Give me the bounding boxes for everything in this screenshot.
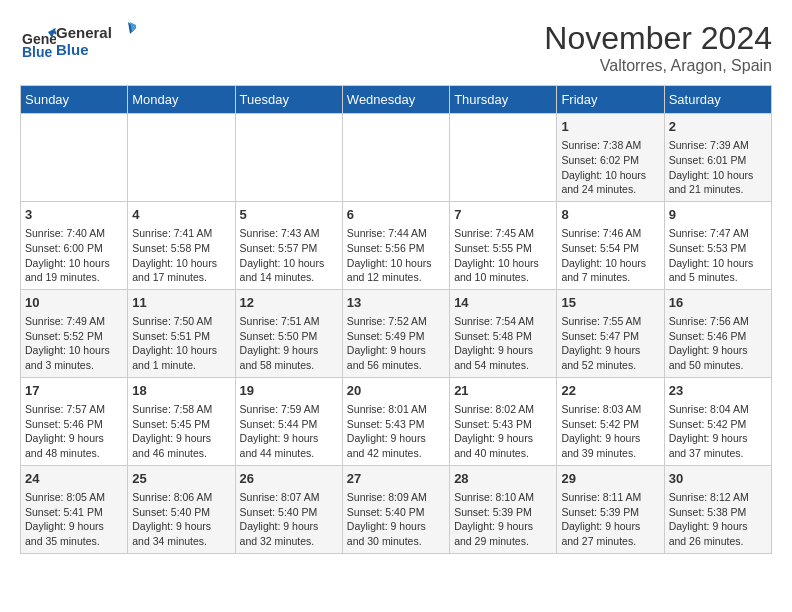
day-number: 30 [669,470,767,488]
calendar-cell [342,114,449,202]
day-info: Sunrise: 8:07 AM Sunset: 5:40 PM Dayligh… [240,490,338,549]
calendar-cell: 10Sunrise: 7:49 AM Sunset: 5:52 PM Dayli… [21,289,128,377]
day-info: Sunrise: 7:47 AM Sunset: 5:53 PM Dayligh… [669,226,767,285]
calendar-cell: 17Sunrise: 7:57 AM Sunset: 5:46 PM Dayli… [21,377,128,465]
month-title: November 2024 [544,20,772,57]
day-number: 13 [347,294,445,312]
day-info: Sunrise: 7:49 AM Sunset: 5:52 PM Dayligh… [25,314,123,373]
day-number: 14 [454,294,552,312]
calendar-cell: 29Sunrise: 8:11 AM Sunset: 5:39 PM Dayli… [557,465,664,553]
day-info: Sunrise: 8:03 AM Sunset: 5:42 PM Dayligh… [561,402,659,461]
day-info: Sunrise: 8:02 AM Sunset: 5:43 PM Dayligh… [454,402,552,461]
calendar-cell: 5Sunrise: 7:43 AM Sunset: 5:57 PM Daylig… [235,201,342,289]
day-info: Sunrise: 7:55 AM Sunset: 5:47 PM Dayligh… [561,314,659,373]
location: Valtorres, Aragon, Spain [544,57,772,75]
day-info: Sunrise: 7:43 AM Sunset: 5:57 PM Dayligh… [240,226,338,285]
day-info: Sunrise: 7:41 AM Sunset: 5:58 PM Dayligh… [132,226,230,285]
day-info: Sunrise: 8:01 AM Sunset: 5:43 PM Dayligh… [347,402,445,461]
logo: General Blue General Blue [20,20,136,64]
day-number: 20 [347,382,445,400]
calendar-cell: 9Sunrise: 7:47 AM Sunset: 5:53 PM Daylig… [664,201,771,289]
day-number: 19 [240,382,338,400]
day-number: 15 [561,294,659,312]
day-number: 17 [25,382,123,400]
day-number: 22 [561,382,659,400]
day-info: Sunrise: 8:09 AM Sunset: 5:40 PM Dayligh… [347,490,445,549]
day-number: 11 [132,294,230,312]
logo-icon: General Blue [20,24,56,60]
header: General Blue General Blue November 2024 … [20,20,772,75]
calendar-cell: 20Sunrise: 8:01 AM Sunset: 5:43 PM Dayli… [342,377,449,465]
day-info: Sunrise: 7:59 AM Sunset: 5:44 PM Dayligh… [240,402,338,461]
calendar-cell: 19Sunrise: 7:59 AM Sunset: 5:44 PM Dayli… [235,377,342,465]
calendar-week-0: 1Sunrise: 7:38 AM Sunset: 6:02 PM Daylig… [21,114,772,202]
day-number: 12 [240,294,338,312]
calendar-cell: 26Sunrise: 8:07 AM Sunset: 5:40 PM Dayli… [235,465,342,553]
svg-text:General: General [56,24,112,41]
title-block: November 2024 Valtorres, Aragon, Spain [544,20,772,75]
calendar-cell: 24Sunrise: 8:05 AM Sunset: 5:41 PM Dayli… [21,465,128,553]
calendar-cell: 13Sunrise: 7:52 AM Sunset: 5:49 PM Dayli… [342,289,449,377]
header-saturday: Saturday [664,86,771,114]
day-info: Sunrise: 7:50 AM Sunset: 5:51 PM Dayligh… [132,314,230,373]
day-number: 9 [669,206,767,224]
logo-graphic: General Blue [56,20,136,60]
calendar-week-2: 10Sunrise: 7:49 AM Sunset: 5:52 PM Dayli… [21,289,772,377]
calendar-cell: 28Sunrise: 8:10 AM Sunset: 5:39 PM Dayli… [450,465,557,553]
day-number: 25 [132,470,230,488]
calendar-cell: 21Sunrise: 8:02 AM Sunset: 5:43 PM Dayli… [450,377,557,465]
day-number: 28 [454,470,552,488]
day-number: 16 [669,294,767,312]
day-info: Sunrise: 7:51 AM Sunset: 5:50 PM Dayligh… [240,314,338,373]
calendar-cell: 23Sunrise: 8:04 AM Sunset: 5:42 PM Dayli… [664,377,771,465]
day-info: Sunrise: 7:58 AM Sunset: 5:45 PM Dayligh… [132,402,230,461]
calendar-cell: 12Sunrise: 7:51 AM Sunset: 5:50 PM Dayli… [235,289,342,377]
day-info: Sunrise: 8:06 AM Sunset: 5:40 PM Dayligh… [132,490,230,549]
day-number: 27 [347,470,445,488]
day-info: Sunrise: 7:40 AM Sunset: 6:00 PM Dayligh… [25,226,123,285]
day-number: 21 [454,382,552,400]
calendar-cell: 1Sunrise: 7:38 AM Sunset: 6:02 PM Daylig… [557,114,664,202]
day-info: Sunrise: 7:39 AM Sunset: 6:01 PM Dayligh… [669,138,767,197]
day-number: 10 [25,294,123,312]
day-number: 3 [25,206,123,224]
calendar-cell: 27Sunrise: 8:09 AM Sunset: 5:40 PM Dayli… [342,465,449,553]
day-info: Sunrise: 7:44 AM Sunset: 5:56 PM Dayligh… [347,226,445,285]
day-number: 8 [561,206,659,224]
day-info: Sunrise: 8:11 AM Sunset: 5:39 PM Dayligh… [561,490,659,549]
day-number: 4 [132,206,230,224]
day-number: 5 [240,206,338,224]
header-wednesday: Wednesday [342,86,449,114]
calendar-cell: 25Sunrise: 8:06 AM Sunset: 5:40 PM Dayli… [128,465,235,553]
day-number: 26 [240,470,338,488]
calendar-cell: 30Sunrise: 8:12 AM Sunset: 5:38 PM Dayli… [664,465,771,553]
day-number: 2 [669,118,767,136]
calendar-cell: 7Sunrise: 7:45 AM Sunset: 5:55 PM Daylig… [450,201,557,289]
calendar-table: Sunday Monday Tuesday Wednesday Thursday… [20,85,772,554]
day-info: Sunrise: 7:54 AM Sunset: 5:48 PM Dayligh… [454,314,552,373]
day-info: Sunrise: 7:57 AM Sunset: 5:46 PM Dayligh… [25,402,123,461]
day-info: Sunrise: 7:38 AM Sunset: 6:02 PM Dayligh… [561,138,659,197]
calendar-cell: 11Sunrise: 7:50 AM Sunset: 5:51 PM Dayli… [128,289,235,377]
calendar-cell: 15Sunrise: 7:55 AM Sunset: 5:47 PM Dayli… [557,289,664,377]
header-sunday: Sunday [21,86,128,114]
days-header-row: Sunday Monday Tuesday Wednesday Thursday… [21,86,772,114]
calendar-cell: 14Sunrise: 7:54 AM Sunset: 5:48 PM Dayli… [450,289,557,377]
calendar-cell: 22Sunrise: 8:03 AM Sunset: 5:42 PM Dayli… [557,377,664,465]
day-info: Sunrise: 7:46 AM Sunset: 5:54 PM Dayligh… [561,226,659,285]
calendar-cell: 18Sunrise: 7:58 AM Sunset: 5:45 PM Dayli… [128,377,235,465]
day-number: 23 [669,382,767,400]
day-number: 7 [454,206,552,224]
calendar-week-4: 24Sunrise: 8:05 AM Sunset: 5:41 PM Dayli… [21,465,772,553]
day-number: 6 [347,206,445,224]
day-info: Sunrise: 8:12 AM Sunset: 5:38 PM Dayligh… [669,490,767,549]
calendar-week-3: 17Sunrise: 7:57 AM Sunset: 5:46 PM Dayli… [21,377,772,465]
svg-text:Blue: Blue [56,41,89,58]
day-number: 18 [132,382,230,400]
header-tuesday: Tuesday [235,86,342,114]
calendar-cell: 8Sunrise: 7:46 AM Sunset: 5:54 PM Daylig… [557,201,664,289]
calendar-cell: 6Sunrise: 7:44 AM Sunset: 5:56 PM Daylig… [342,201,449,289]
header-thursday: Thursday [450,86,557,114]
calendar-week-1: 3Sunrise: 7:40 AM Sunset: 6:00 PM Daylig… [21,201,772,289]
day-number: 24 [25,470,123,488]
